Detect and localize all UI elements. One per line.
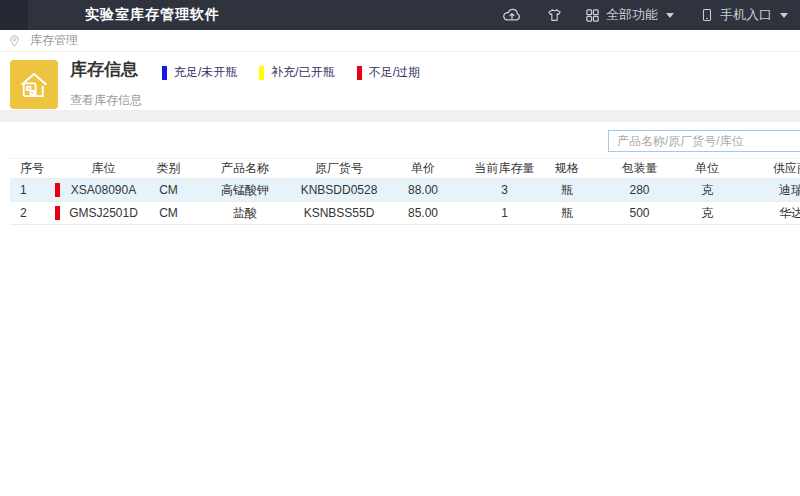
col-header-price: 单价 xyxy=(384,159,462,179)
legend-item-refill: 补充/已开瓶 xyxy=(259,64,334,81)
col-header-category: 类别 xyxy=(141,159,196,179)
col-header-unit: 单位 xyxy=(692,159,722,179)
table-header-row: 序号 库位 类别 产品名称 原厂货号 单价 当前库存量 规格 包装量 单位 供应… xyxy=(10,159,800,179)
col-header-product: 产品名称 xyxy=(196,159,294,179)
col-header-supplier: 供应商 xyxy=(722,159,800,179)
sidebar-toggle-area[interactable] xyxy=(0,0,28,30)
table-row[interactable]: 1 XSA08090A CM 高锰酸钾 KNBSDD0528 88.00 3 瓶… xyxy=(10,179,800,202)
status-badge xyxy=(55,183,60,197)
grid-icon xyxy=(585,8,600,23)
chevron-down-icon xyxy=(780,13,788,18)
breadcrumb: 库存管理 xyxy=(0,30,800,52)
breadcrumb-item-inventory[interactable]: 库存管理 xyxy=(30,32,78,49)
col-header-sku: 原厂货号 xyxy=(294,159,384,179)
status-badge xyxy=(55,206,60,220)
inventory-table: 序号 库位 类别 产品名称 原厂货号 单价 当前库存量 规格 包装量 单位 供应… xyxy=(10,158,800,225)
chevron-down-icon xyxy=(666,13,674,18)
page-subtitle: 查看库存信息 xyxy=(70,92,142,109)
location-pin-icon xyxy=(8,34,21,48)
section-divider xyxy=(0,110,800,122)
legend-swatch-red xyxy=(357,66,362,80)
legend-item-sufficient: 充足/未开瓶 xyxy=(162,64,237,81)
page-header: 库存信息 查看库存信息 充足/未开瓶 补充/已开瓶 不足/过期 xyxy=(0,52,800,110)
col-header-status xyxy=(48,159,66,179)
col-header-stock: 当前库存量 xyxy=(462,159,547,179)
inventory-panel: 序号 库位 类别 产品名称 原厂货号 单价 当前库存量 规格 包装量 单位 供应… xyxy=(0,122,800,496)
top-navbar: 实验室库存管理软件 全部功能 xyxy=(0,0,800,30)
phone-icon xyxy=(700,7,714,23)
col-header-index: 序号 xyxy=(10,159,48,179)
warehouse-icon xyxy=(10,60,58,109)
app-title: 实验室库存管理软件 xyxy=(85,6,220,24)
theme-shirt-icon[interactable] xyxy=(546,7,563,23)
col-header-package: 包装量 xyxy=(587,159,692,179)
col-header-spec: 规格 xyxy=(547,159,587,179)
page-title: 库存信息 xyxy=(70,58,142,81)
table-row[interactable]: 2 GMSJ2501D CM 盐酸 KSNBSS55D 85.00 1 瓶 50… xyxy=(10,202,800,225)
menu-mobile-entry[interactable]: 手机入口 xyxy=(700,6,788,24)
cloud-upload-icon[interactable] xyxy=(502,6,522,24)
status-legend: 充足/未开瓶 补充/已开瓶 不足/过期 xyxy=(162,64,442,81)
legend-item-insufficient: 不足/过期 xyxy=(357,64,420,81)
search-input[interactable] xyxy=(608,130,800,152)
legend-swatch-blue xyxy=(162,66,167,80)
menu-all-features[interactable]: 全部功能 xyxy=(585,6,674,24)
menu-all-features-label: 全部功能 xyxy=(606,6,658,24)
legend-swatch-yellow xyxy=(259,66,264,80)
col-header-location: 库位 xyxy=(66,159,141,179)
menu-mobile-entry-label: 手机入口 xyxy=(720,6,772,24)
